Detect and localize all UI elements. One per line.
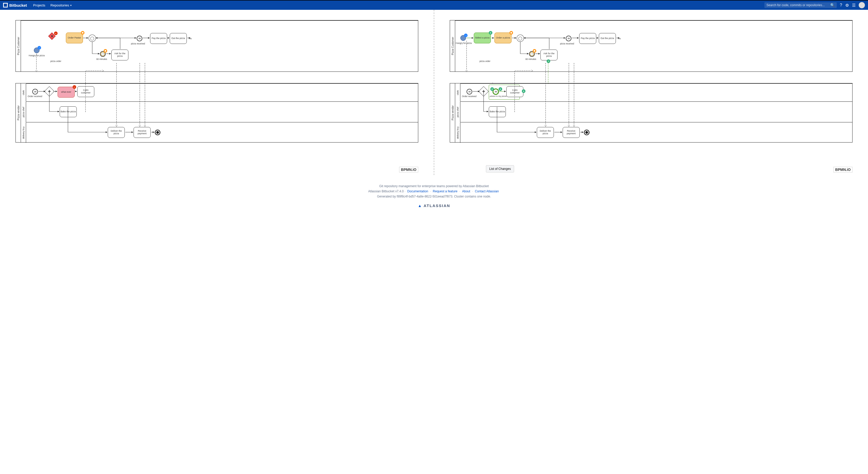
lane-customer: Hungry for pizza Order Pasta! 60 minutes… xyxy=(21,21,418,72)
modified-badge-icon xyxy=(533,49,536,53)
lane-customer: Hungry for pizza Select a pizza Order a … xyxy=(455,21,852,72)
add-badge-icon xyxy=(522,89,525,93)
received-label: pizza received xyxy=(131,42,145,45)
bpmn-io-logo[interactable]: BPMN.iO xyxy=(833,167,852,172)
lane-label: pizza chef xyxy=(21,102,26,122)
task-calm[interactable]: Calm customer xyxy=(77,86,94,97)
brand-name: Bitbucket xyxy=(9,3,27,7)
flow-label-order: pizza order xyxy=(479,60,490,63)
diff-pane-right[interactable]: Pizza Customer Hungry for pizza Select a… xyxy=(434,10,868,175)
end-label: Hu xyxy=(618,37,621,40)
lane-label: pizza chef xyxy=(455,102,460,122)
lane-delivery: delivery boy Deliver the pizza Receive p… xyxy=(460,122,852,143)
parallel-gateway[interactable] xyxy=(478,86,489,97)
footer-links: Atlassian Bitbucket v7.4.0 · Documentati… xyxy=(0,190,868,193)
task-bake[interactable]: Bake the pizza xyxy=(60,106,77,117)
footer-tagline: Git repository management for enterprise… xyxy=(0,184,868,188)
received-label: pizza received xyxy=(560,42,574,45)
msg-event-received[interactable] xyxy=(137,36,142,41)
search-input[interactable] xyxy=(767,3,830,7)
footer-contact-link[interactable]: Contact Atlassian xyxy=(475,190,499,193)
brand-logo[interactable]: Bitbucket xyxy=(3,3,27,7)
parallel-gateway[interactable] xyxy=(44,86,55,97)
lane-chef: pizza chef Bake the pizza xyxy=(26,101,418,122)
task-pay[interactable]: Pay the pizza xyxy=(150,33,167,44)
chevron-down-icon: ▾ xyxy=(70,4,71,7)
lane-clerk: clerk Order received „where is my pizza?… xyxy=(460,83,852,101)
event-gateway[interactable] xyxy=(515,33,525,43)
task-deliver[interactable]: Deliver the pizza xyxy=(537,127,554,138)
nav-projects[interactable]: Projects xyxy=(30,3,48,7)
search-icon[interactable]: 🔍 xyxy=(830,3,835,7)
msg-start-order[interactable] xyxy=(467,89,472,95)
moved-badge-icon xyxy=(464,34,468,37)
add-badge-icon xyxy=(499,87,502,91)
footer-about-link[interactable]: About xyxy=(462,190,470,193)
bpmn-io-logo[interactable]: BPMN.iO xyxy=(399,167,418,172)
lane-chef: pizza chef Bake the pizza xyxy=(460,101,852,122)
footer-feature-link[interactable]: Request a feature xyxy=(433,190,457,193)
help-icon[interactable]: ? xyxy=(840,3,842,7)
diff-pane-left[interactable]: Pizza Customer Hungry for pizza Order Pa… xyxy=(0,10,434,175)
end-event[interactable] xyxy=(155,130,160,135)
end-label: Hu xyxy=(189,37,192,40)
pool-label: Pizza vendor xyxy=(16,83,21,142)
lane-label: delivery boy xyxy=(455,123,460,143)
task-pay[interactable]: Pay the pizza xyxy=(579,33,596,44)
avatar[interactable] xyxy=(859,2,865,8)
bpmn-diff-view: Pizza Customer Hungry for pizza Order Pa… xyxy=(0,10,868,175)
task-eat[interactable]: Eat the pizza xyxy=(170,33,187,44)
page-footer: Git repository management for enterprise… xyxy=(0,175,868,213)
pool-pizza-customer: Pizza Customer Hungry for pizza Order Pa… xyxy=(16,20,418,72)
pool-label: Pizza Customer xyxy=(16,21,21,71)
footer-docs-link[interactable]: Documentation xyxy=(407,190,428,193)
nav-repositories[interactable]: Repositories ▾ xyxy=(48,3,74,7)
inbox-icon[interactable]: ☰ xyxy=(852,3,856,8)
task-eat[interactable]: Eat the pizza xyxy=(599,33,616,44)
task-deliver[interactable]: Deliver the pizza xyxy=(108,127,125,138)
order-received-label: Order received xyxy=(462,95,476,98)
msg-event-received[interactable] xyxy=(566,36,571,41)
add-badge-icon xyxy=(547,59,550,63)
task-order[interactable]: Order Pasta! xyxy=(66,33,83,43)
gear-icon[interactable]: ⚙ xyxy=(845,3,849,8)
task-ask[interactable]: Ask for the pizza xyxy=(540,49,557,60)
start-label: Hungry for pizza xyxy=(29,54,45,57)
pool-label: Pizza vendor xyxy=(450,83,455,142)
nav-repos-label: Repositories xyxy=(51,3,69,7)
pool-label: Pizza Customer xyxy=(450,21,455,71)
order-received-label: Order received xyxy=(28,95,42,98)
task-receive-payment[interactable]: Receive payment xyxy=(133,127,151,138)
timer-label: 60 minutes xyxy=(525,58,536,60)
lane-delivery: delivery boy Deliver the pizza Receive p… xyxy=(26,122,418,143)
footer-generated: Generated by f89f8c4f-bd57-4a8e-8622-501… xyxy=(0,195,868,198)
task-order[interactable]: Order a pizza xyxy=(494,33,512,43)
lane-label: clerk xyxy=(21,83,26,101)
atlassian-logo[interactable]: ATLASSIAN xyxy=(0,203,868,208)
task-receive-payment[interactable]: Receive payment xyxy=(563,127,580,138)
lane-label: clerk xyxy=(455,83,460,101)
pool-pizza-customer: Pizza Customer Hungry for pizza Select a… xyxy=(450,20,852,72)
task-bake[interactable]: Bake the pizza xyxy=(489,106,506,117)
add-badge-icon xyxy=(489,31,492,35)
event-gateway[interactable] xyxy=(87,33,97,43)
where-label: „where is my pizza?" xyxy=(489,95,508,97)
msg-start-order[interactable] xyxy=(32,89,38,95)
add-badge-icon xyxy=(490,87,494,91)
flow-label-order: pizza order xyxy=(51,60,61,63)
task-calm[interactable]: Calm customer xyxy=(506,86,523,97)
task-whatever[interactable]: what ever xyxy=(58,87,75,98)
lane-label: delivery boy xyxy=(21,123,26,143)
modified-badge-icon xyxy=(509,31,513,35)
end-event[interactable] xyxy=(584,130,590,135)
task-select[interactable]: Select a pizza xyxy=(474,33,491,43)
top-nav: Bitbucket Projects Repositories ▾ 🔍 ? ⚙ … xyxy=(0,0,868,10)
bitbucket-icon xyxy=(3,3,8,7)
task-ask[interactable]: Ask for the pizza xyxy=(111,49,128,60)
list-of-changes-button[interactable]: List of Changes xyxy=(486,165,514,172)
timer-label: 60 minutes xyxy=(96,58,107,60)
modified-badge-icon xyxy=(103,49,107,53)
lane-clerk: clerk Order received what ever Calm cust… xyxy=(26,83,418,101)
delete-badge-icon xyxy=(72,85,76,89)
global-search[interactable]: 🔍 xyxy=(765,2,837,8)
